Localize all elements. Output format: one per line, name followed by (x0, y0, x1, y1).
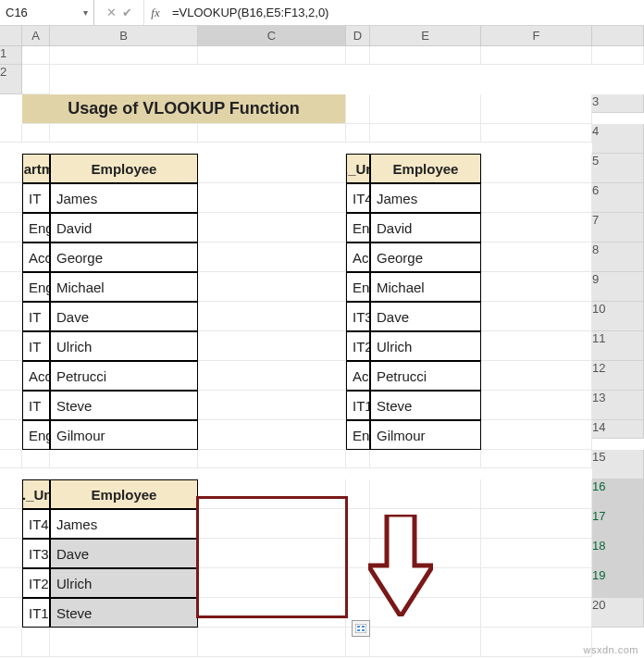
row-header[interactable]: 18 (592, 539, 644, 568)
col-overflow (592, 26, 644, 46)
table-cell[interactable]: IT2 (346, 331, 370, 361)
table-cell[interactable]: James (370, 183, 481, 213)
row-header[interactable]: 16 (592, 479, 644, 509)
table-header: Employee (50, 479, 198, 509)
table-cell[interactable]: Steve (50, 391, 198, 420)
watermark: wsxdn.com (583, 644, 638, 655)
table-cell[interactable]: IT2 (22, 568, 50, 598)
table-cell[interactable]: Gilmour (370, 420, 481, 450)
table-header: Employee (370, 154, 481, 183)
col-D[interactable]: D (346, 26, 370, 46)
table-cell[interactable]: James (50, 183, 198, 213)
row-header[interactable]: 5 (592, 154, 644, 183)
table-cell[interactable]: Michael (50, 272, 198, 302)
enter-icon[interactable]: ✔ (122, 6, 132, 19)
table-cell[interactable]: Engineering (22, 213, 50, 242)
row-header[interactable]: 3 (592, 94, 644, 113)
row-header[interactable]: 11 (592, 331, 644, 361)
table-cell[interactable]: Engineering2 (346, 272, 370, 302)
table-header: Department (22, 154, 50, 183)
name-box-value: C16 (6, 6, 28, 19)
arrow-down-icon (368, 515, 433, 616)
fx-icon[interactable]: fx (144, 0, 167, 25)
svg-rect-0 (355, 624, 366, 633)
table-cell[interactable]: Dave (50, 539, 198, 568)
col-F[interactable]: F (481, 26, 592, 46)
svg-rect-3 (357, 629, 360, 631)
table-cell[interactable]: James (50, 509, 198, 539)
col-B[interactable]: B (50, 26, 198, 46)
cancel-icon[interactable]: ✕ (106, 6, 117, 19)
table-header: Dept._Unique (346, 154, 370, 183)
table-cell[interactable]: Ulrich (370, 331, 481, 361)
row-header[interactable]: 9 (592, 272, 644, 302)
table-cell[interactable]: Accounting (22, 361, 50, 391)
table-cell[interactable]: Accounting (22, 242, 50, 272)
table-cell[interactable]: Ulrich (50, 331, 198, 361)
table-cell[interactable]: IT3 (22, 539, 50, 568)
table-cell[interactable]: IT4 (346, 183, 370, 213)
table-cell[interactable]: IT (22, 302, 50, 331)
table-cell[interactable]: Engineering (22, 420, 50, 450)
row-header[interactable]: 4 (592, 124, 644, 154)
table-cell[interactable]: Accounting1 (346, 361, 370, 391)
autofill-options-button[interactable] (352, 620, 370, 637)
row-header[interactable]: 12 (592, 361, 644, 391)
table-cell[interactable]: Steve (50, 598, 198, 628)
table-cell[interactable]: David (370, 213, 481, 242)
row-header[interactable]: 8 (592, 242, 644, 272)
table-cell[interactable]: IT1 (346, 391, 370, 420)
table-cell[interactable]: Dave (370, 302, 481, 331)
svg-rect-1 (357, 626, 360, 628)
col-E[interactable]: E (370, 26, 481, 46)
table-cell[interactable]: Petrucci (370, 361, 481, 391)
select-all-corner[interactable] (0, 26, 22, 46)
table-cell[interactable]: IT (22, 183, 50, 213)
row-header[interactable]: 19 (592, 568, 644, 598)
row-header[interactable]: 20 (592, 598, 644, 628)
row-header[interactable]: 7 (592, 213, 644, 242)
row-header[interactable]: 10 (592, 302, 644, 331)
table-cell[interactable]: Engineering1 (346, 420, 370, 450)
row-header[interactable]: 13 (592, 391, 644, 420)
table-cell[interactable]: Accounting2 (346, 242, 370, 272)
name-box[interactable]: C16 ▾ (0, 0, 94, 25)
chevron-down-icon[interactable]: ▾ (83, 7, 88, 18)
row-header[interactable]: 15 (592, 450, 644, 479)
formula-bar-buttons: ✕ ✔ (94, 0, 144, 25)
table-cell[interactable]: IT1 (22, 598, 50, 628)
table-cell[interactable]: George (50, 242, 198, 272)
col-A[interactable]: A (22, 26, 50, 46)
table-header: Dept._Unique (22, 479, 50, 509)
column-headers[interactable]: A B C D E F (0, 26, 644, 46)
table-cell[interactable]: IT4 (22, 509, 50, 539)
svg-rect-2 (362, 626, 365, 628)
page-title: Usage of VLOOKUP Function (22, 94, 346, 124)
row-header[interactable]: 6 (592, 183, 644, 213)
row-header[interactable]: 17 (592, 509, 644, 539)
table-cell[interactable]: Steve (370, 391, 481, 420)
table-cell[interactable]: Michael (370, 272, 481, 302)
table-cell[interactable]: IT (22, 391, 50, 420)
row-header[interactable]: 14 (592, 420, 644, 439)
sheet-rows: 1 2 Usage of VLOOKUP Function 3 4 Depart… (0, 46, 644, 657)
row-header[interactable]: 1 (0, 46, 22, 65)
table-cell[interactable]: IT (22, 331, 50, 361)
table-cell[interactable]: George (370, 242, 481, 272)
table-cell[interactable]: Ulrich (50, 568, 198, 598)
spreadsheet-grid[interactable]: A B C D E F 1 2 Usage of VLOOKUP Functio… (0, 26, 644, 657)
table-cell[interactable]: Engineering3 (346, 213, 370, 242)
table-cell[interactable]: Petrucci (50, 361, 198, 391)
formula-bar-row: C16 ▾ ✕ ✔ fx =VLOOKUP(B16,E5:F13,2,0) (0, 0, 644, 26)
formula-text: =VLOOKUP(B16,E5:F13,2,0) (172, 6, 328, 19)
table-cell[interactable]: Gilmour (50, 420, 198, 450)
formula-input[interactable]: =VLOOKUP(B16,E5:F13,2,0) (167, 0, 644, 25)
table-header: Employee (50, 154, 198, 183)
svg-rect-4 (362, 629, 365, 631)
table-cell[interactable]: Dave (50, 302, 198, 331)
table-cell[interactable]: Engineering (22, 272, 50, 302)
table-cell[interactable]: IT3 (346, 302, 370, 331)
col-C[interactable]: C (198, 26, 346, 46)
table-cell[interactable]: David (50, 213, 198, 242)
row-header[interactable]: 2 (0, 65, 22, 94)
